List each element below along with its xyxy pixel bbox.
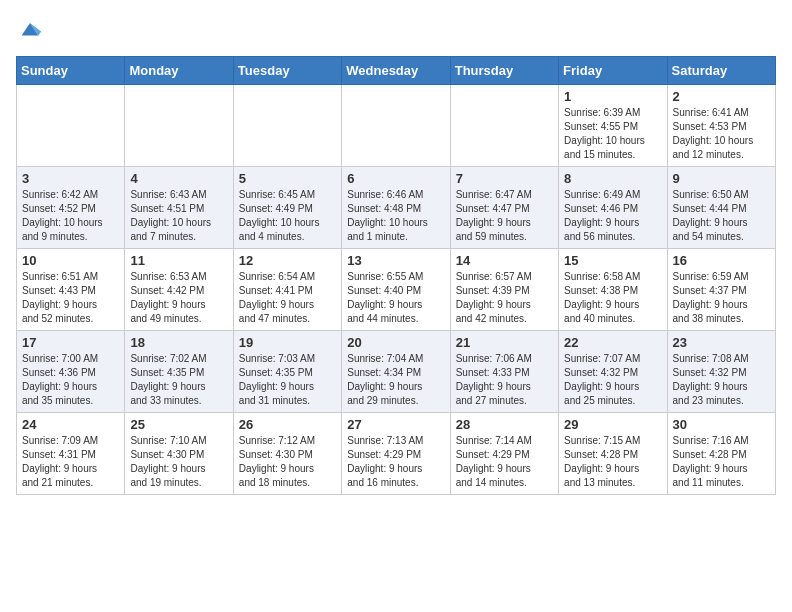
day-number: 6 (347, 171, 444, 186)
day-info: Sunrise: 6:58 AM Sunset: 4:38 PM Dayligh… (564, 270, 661, 326)
day-info: Sunrise: 7:09 AM Sunset: 4:31 PM Dayligh… (22, 434, 119, 490)
day-number: 24 (22, 417, 119, 432)
calendar-cell (233, 85, 341, 167)
day-number: 26 (239, 417, 336, 432)
day-info: Sunrise: 6:51 AM Sunset: 4:43 PM Dayligh… (22, 270, 119, 326)
day-info: Sunrise: 7:13 AM Sunset: 4:29 PM Dayligh… (347, 434, 444, 490)
calendar-cell: 11Sunrise: 6:53 AM Sunset: 4:42 PM Dayli… (125, 249, 233, 331)
day-info: Sunrise: 7:08 AM Sunset: 4:32 PM Dayligh… (673, 352, 770, 408)
day-number: 12 (239, 253, 336, 268)
day-number: 28 (456, 417, 553, 432)
calendar-cell: 27Sunrise: 7:13 AM Sunset: 4:29 PM Dayli… (342, 413, 450, 495)
calendar-cell (125, 85, 233, 167)
calendar-cell: 3Sunrise: 6:42 AM Sunset: 4:52 PM Daylig… (17, 167, 125, 249)
day-info: Sunrise: 6:42 AM Sunset: 4:52 PM Dayligh… (22, 188, 119, 244)
calendar-cell: 17Sunrise: 7:00 AM Sunset: 4:36 PM Dayli… (17, 331, 125, 413)
calendar-table: SundayMondayTuesdayWednesdayThursdayFrid… (16, 56, 776, 495)
calendar-cell: 23Sunrise: 7:08 AM Sunset: 4:32 PM Dayli… (667, 331, 775, 413)
day-info: Sunrise: 6:41 AM Sunset: 4:53 PM Dayligh… (673, 106, 770, 162)
weekday-header-saturday: Saturday (667, 57, 775, 85)
day-info: Sunrise: 6:57 AM Sunset: 4:39 PM Dayligh… (456, 270, 553, 326)
day-info: Sunrise: 7:15 AM Sunset: 4:28 PM Dayligh… (564, 434, 661, 490)
day-info: Sunrise: 6:53 AM Sunset: 4:42 PM Dayligh… (130, 270, 227, 326)
day-number: 14 (456, 253, 553, 268)
day-number: 10 (22, 253, 119, 268)
calendar-cell: 2Sunrise: 6:41 AM Sunset: 4:53 PM Daylig… (667, 85, 775, 167)
calendar-cell (450, 85, 558, 167)
day-info: Sunrise: 6:54 AM Sunset: 4:41 PM Dayligh… (239, 270, 336, 326)
calendar-cell: 5Sunrise: 6:45 AM Sunset: 4:49 PM Daylig… (233, 167, 341, 249)
day-number: 4 (130, 171, 227, 186)
calendar-week-row: 17Sunrise: 7:00 AM Sunset: 4:36 PM Dayli… (17, 331, 776, 413)
weekday-header-row: SundayMondayTuesdayWednesdayThursdayFrid… (17, 57, 776, 85)
calendar-cell: 15Sunrise: 6:58 AM Sunset: 4:38 PM Dayli… (559, 249, 667, 331)
calendar-cell: 26Sunrise: 7:12 AM Sunset: 4:30 PM Dayli… (233, 413, 341, 495)
day-info: Sunrise: 6:45 AM Sunset: 4:49 PM Dayligh… (239, 188, 336, 244)
day-info: Sunrise: 6:49 AM Sunset: 4:46 PM Dayligh… (564, 188, 661, 244)
day-number: 22 (564, 335, 661, 350)
calendar-cell: 4Sunrise: 6:43 AM Sunset: 4:51 PM Daylig… (125, 167, 233, 249)
day-info: Sunrise: 7:06 AM Sunset: 4:33 PM Dayligh… (456, 352, 553, 408)
weekday-header-wednesday: Wednesday (342, 57, 450, 85)
weekday-header-tuesday: Tuesday (233, 57, 341, 85)
calendar-cell: 25Sunrise: 7:10 AM Sunset: 4:30 PM Dayli… (125, 413, 233, 495)
day-info: Sunrise: 6:46 AM Sunset: 4:48 PM Dayligh… (347, 188, 444, 244)
day-info: Sunrise: 7:00 AM Sunset: 4:36 PM Dayligh… (22, 352, 119, 408)
day-number: 16 (673, 253, 770, 268)
day-number: 19 (239, 335, 336, 350)
day-number: 9 (673, 171, 770, 186)
day-number: 25 (130, 417, 227, 432)
calendar-cell: 9Sunrise: 6:50 AM Sunset: 4:44 PM Daylig… (667, 167, 775, 249)
day-info: Sunrise: 7:16 AM Sunset: 4:28 PM Dayligh… (673, 434, 770, 490)
day-info: Sunrise: 6:47 AM Sunset: 4:47 PM Dayligh… (456, 188, 553, 244)
calendar-cell: 12Sunrise: 6:54 AM Sunset: 4:41 PM Dayli… (233, 249, 341, 331)
calendar-cell: 24Sunrise: 7:09 AM Sunset: 4:31 PM Dayli… (17, 413, 125, 495)
day-number: 15 (564, 253, 661, 268)
weekday-header-sunday: Sunday (17, 57, 125, 85)
calendar-cell: 7Sunrise: 6:47 AM Sunset: 4:47 PM Daylig… (450, 167, 558, 249)
calendar-week-row: 1Sunrise: 6:39 AM Sunset: 4:55 PM Daylig… (17, 85, 776, 167)
weekday-header-monday: Monday (125, 57, 233, 85)
day-info: Sunrise: 6:50 AM Sunset: 4:44 PM Dayligh… (673, 188, 770, 244)
day-number: 21 (456, 335, 553, 350)
calendar-cell: 14Sunrise: 6:57 AM Sunset: 4:39 PM Dayli… (450, 249, 558, 331)
day-info: Sunrise: 6:43 AM Sunset: 4:51 PM Dayligh… (130, 188, 227, 244)
logo (16, 16, 48, 44)
day-info: Sunrise: 7:10 AM Sunset: 4:30 PM Dayligh… (130, 434, 227, 490)
day-info: Sunrise: 6:39 AM Sunset: 4:55 PM Dayligh… (564, 106, 661, 162)
day-number: 7 (456, 171, 553, 186)
weekday-header-thursday: Thursday (450, 57, 558, 85)
day-number: 17 (22, 335, 119, 350)
day-info: Sunrise: 7:03 AM Sunset: 4:35 PM Dayligh… (239, 352, 336, 408)
day-number: 8 (564, 171, 661, 186)
logo-icon (16, 16, 44, 44)
calendar-week-row: 3Sunrise: 6:42 AM Sunset: 4:52 PM Daylig… (17, 167, 776, 249)
calendar-cell: 16Sunrise: 6:59 AM Sunset: 4:37 PM Dayli… (667, 249, 775, 331)
page-header (16, 16, 776, 44)
day-number: 11 (130, 253, 227, 268)
calendar-cell: 28Sunrise: 7:14 AM Sunset: 4:29 PM Dayli… (450, 413, 558, 495)
calendar-cell (17, 85, 125, 167)
day-number: 5 (239, 171, 336, 186)
calendar-cell: 8Sunrise: 6:49 AM Sunset: 4:46 PM Daylig… (559, 167, 667, 249)
day-info: Sunrise: 7:14 AM Sunset: 4:29 PM Dayligh… (456, 434, 553, 490)
day-number: 29 (564, 417, 661, 432)
day-number: 20 (347, 335, 444, 350)
calendar-cell: 29Sunrise: 7:15 AM Sunset: 4:28 PM Dayli… (559, 413, 667, 495)
calendar-week-row: 10Sunrise: 6:51 AM Sunset: 4:43 PM Dayli… (17, 249, 776, 331)
day-info: Sunrise: 7:12 AM Sunset: 4:30 PM Dayligh… (239, 434, 336, 490)
calendar-cell (342, 85, 450, 167)
day-number: 3 (22, 171, 119, 186)
day-info: Sunrise: 7:02 AM Sunset: 4:35 PM Dayligh… (130, 352, 227, 408)
calendar-cell: 30Sunrise: 7:16 AM Sunset: 4:28 PM Dayli… (667, 413, 775, 495)
weekday-header-friday: Friday (559, 57, 667, 85)
day-number: 23 (673, 335, 770, 350)
day-number: 27 (347, 417, 444, 432)
calendar-cell: 21Sunrise: 7:06 AM Sunset: 4:33 PM Dayli… (450, 331, 558, 413)
day-info: Sunrise: 7:04 AM Sunset: 4:34 PM Dayligh… (347, 352, 444, 408)
day-number: 1 (564, 89, 661, 104)
calendar-cell: 1Sunrise: 6:39 AM Sunset: 4:55 PM Daylig… (559, 85, 667, 167)
calendar-cell: 20Sunrise: 7:04 AM Sunset: 4:34 PM Dayli… (342, 331, 450, 413)
calendar-cell: 19Sunrise: 7:03 AM Sunset: 4:35 PM Dayli… (233, 331, 341, 413)
day-number: 18 (130, 335, 227, 350)
